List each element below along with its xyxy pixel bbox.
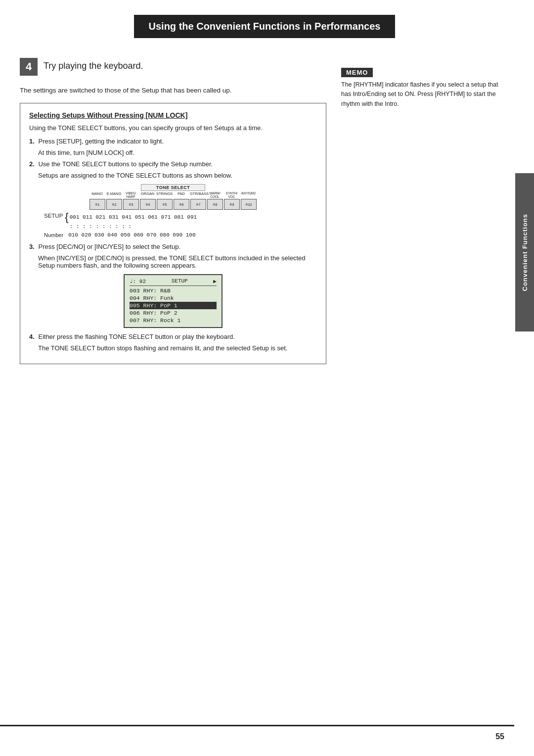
number-label: Number [44, 232, 63, 238]
tone-select-diagram: TONE SELECT MANO E.MANO VIBES/HARP ORGAN… [29, 184, 317, 238]
lcd-title-row: ♩: 92 SETUP ▶ [130, 278, 217, 286]
lcd-title-right: ▶ [213, 278, 217, 284]
lcd-screen: ♩: 92 SETUP ▶ 003 RHY: R&B 004 RHY: Funk… [124, 274, 222, 328]
tone-btn-5[interactable]: ≡5 [157, 199, 173, 210]
step1-sub: At this time, turn [NUM LOCK] off. [38, 149, 317, 156]
lcd-row-3: 006 RHY: PoP 2 [130, 309, 217, 317]
tone-btn-8[interactable]: ≡8 [207, 199, 223, 210]
lcd-title-center: SETUP [172, 278, 188, 284]
inner-box-intro: Using the TONE SELECT buttons, you can s… [29, 124, 317, 132]
tone-header-label: TONE SELECT [141, 184, 205, 191]
tone-btn-6[interactable]: ≡6 [174, 199, 189, 210]
tone-btn-9[interactable]: ≡9 [224, 199, 240, 210]
step2-text: Use the TONE SELECT buttons to specify t… [38, 160, 213, 168]
step4-inner-text: Either press the flashing TONE SELECT bu… [38, 333, 234, 340]
lcd-row-4: 007 RHY: Rock 1 [130, 317, 217, 324]
main-content: Using the Convenient Functions in Perfor… [20, 0, 509, 374]
cat-anygm2: ANY/GM2 [240, 191, 257, 198]
step2-num: 2. [29, 160, 35, 168]
setup-row1-dots: : : : : : : : : : : [70, 222, 197, 232]
page-title: Using the Convenient Functions in Perfor… [134, 15, 396, 38]
setup-number-block: SETUP { 001 011 021 031 041 051 061 071 … [44, 213, 317, 231]
page-container: Convenient Functions 55 Using the Conven… [0, 0, 534, 756]
cat-synth: SYNTH/VOC [223, 191, 240, 198]
step1-text: Press [SETUP], getting the indicator to … [38, 138, 164, 145]
step3-num: 3. [29, 243, 35, 250]
tone-categories-row: MANO E.MANO VIBES/HARP ORGAN STRINGS PAD… [29, 191, 317, 198]
inner-step-2: 2. Use the TONE SELECT buttons to specif… [29, 160, 317, 168]
bottom-bar [0, 725, 514, 726]
cat-gtrbass: GTR/BASS [190, 191, 207, 198]
step4-title: Try playing the keyboard. [44, 58, 143, 71]
step1-num: 1. [29, 138, 35, 145]
setup-text: SETUP [44, 213, 63, 219]
tone-btn-10[interactable]: ≡10 [241, 199, 257, 210]
cat-pad: PAD [173, 191, 190, 198]
left-column: 4 Try playing the keyboard. The settings… [20, 58, 326, 374]
inner-box-title: Selecting Setups Without Pressing [NUM L… [29, 111, 317, 119]
cat-organ: ORGAN [139, 191, 156, 198]
memo-text: The [RHYTHM] indicator flashes if you se… [341, 80, 509, 109]
tone-btn-7[interactable]: ≡7 [190, 199, 206, 210]
setup-row1: 001 011 021 031 041 051 061 071 081 091 [70, 213, 197, 222]
step2-sub: Setups are assigned to the TONE SELECT b… [38, 172, 317, 179]
number-label-block: Number 010 020 030 040 050 060 070 080 0… [44, 232, 317, 238]
cat-strings: STRINGS [156, 191, 173, 198]
setup-label: SETUP [44, 213, 63, 219]
right-column: MEMO The [RHYTHM] indicator flashes if y… [341, 58, 509, 374]
tone-btn-2[interactable]: ≡2 [106, 199, 122, 210]
inner-step-4: 4. Either press the flashing TONE SELECT… [29, 333, 317, 340]
cat-warm: WARM/COOL [207, 191, 223, 198]
step3-sub: When [INC/YES] or [DEC/NO] is pressed, t… [38, 254, 317, 269]
inner-box: Selecting Setups Without Pressing [NUM L… [20, 103, 326, 364]
sidebar-tab: Convenient Functions [515, 173, 534, 331]
page-number: 55 [495, 732, 504, 741]
lcd-title-left: ♩: 92 [130, 278, 146, 284]
bracket-icon: { [65, 213, 68, 222]
step4-inner-num: 4. [29, 333, 35, 340]
tone-btn-4[interactable]: ≡4 [140, 199, 156, 210]
tone-btn-3[interactable]: ≡3 [123, 199, 139, 210]
memo-title: MEMO [341, 68, 373, 77]
header-wrapper: Using the Convenient Functions in Perfor… [20, 15, 509, 38]
step4-heading: 4 Try playing the keyboard. [20, 58, 326, 81]
memo-box: MEMO The [RHYTHM] indicator flashes if y… [341, 68, 509, 109]
tone-header-row: TONE SELECT [29, 184, 317, 191]
step4-intro: The settings are switched to those of th… [20, 87, 326, 94]
step-number-4: 4 [20, 58, 38, 76]
inner-step-3: 3. Press [DEC/NO] or [INC/YES] to select… [29, 243, 317, 250]
cat-emano: E.MANO [106, 191, 123, 198]
lcd-row-2-selected: 005 RHY: PoP 1 [130, 302, 217, 309]
tone-buttons-row: ≡1 ≡2 ≡3 ≡4 ≡5 ≡6 ≡7 ≡8 ≡9 ≡10 [29, 199, 317, 210]
setup-numbers: 001 011 021 031 041 051 061 071 081 091 … [70, 213, 197, 231]
inner-step-1: 1. Press [SETUP], getting the indicator … [29, 138, 317, 145]
step4-inner-sub: The TONE SELECT button stops flashing an… [38, 344, 317, 352]
lcd-row-0: 003 RHY: R&B [130, 287, 217, 294]
two-col-layout: 4 Try playing the keyboard. The settings… [20, 58, 509, 374]
step3-text: Press [DEC/NO] or [INC/YES] to select th… [38, 243, 180, 250]
cat-mano: MANO [89, 191, 106, 198]
cat-vibes: VIBES/HARP [123, 191, 139, 198]
lcd-row-1: 004 RHY: Funk [130, 294, 217, 302]
tone-btn-1[interactable]: ≡1 [89, 199, 105, 210]
setup-row2: 010 020 030 040 050 060 070 080 090 100 [68, 232, 195, 238]
sidebar-label: Convenient Functions [521, 214, 529, 291]
